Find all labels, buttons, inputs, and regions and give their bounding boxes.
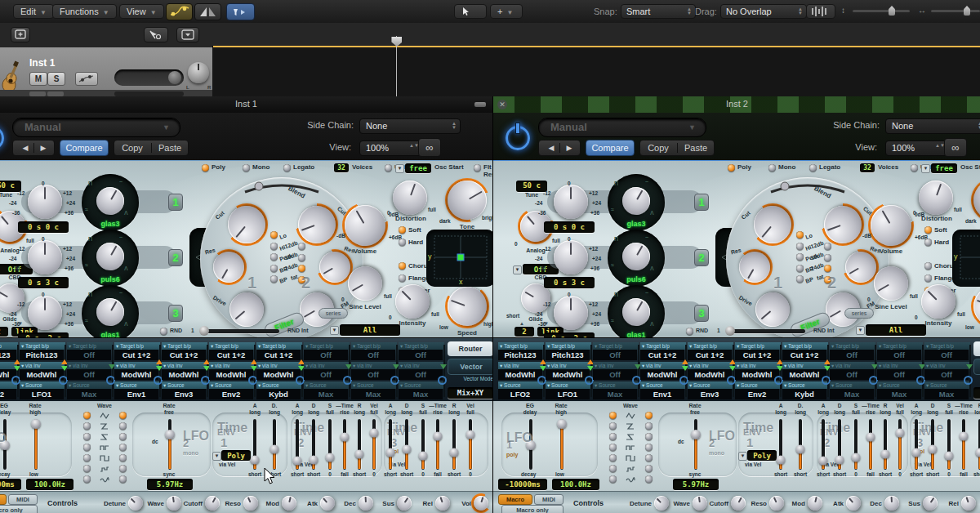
env2-slider-3-thumb[interactable]: [852, 453, 861, 462]
filter-mode-lo-led[interactable]: [796, 231, 804, 239]
router-slot-1[interactable]: ▾ Target b/pPitch123▾ via invModWhl▾ Sou…: [0, 342, 16, 399]
lfo1-wave-led[interactable]: [609, 444, 617, 451]
slot-source-value[interactable]: Max: [877, 389, 921, 399]
env1-slider-2-thumb[interactable]: [270, 445, 279, 454]
slot-source-value[interactable]: Env1: [640, 389, 684, 399]
router-slot-7[interactable]: ▾ Target b/pCut 1+2▾ via invModWhl▾ Sour…: [256, 342, 301, 399]
rnd-led[interactable]: [686, 328, 693, 335]
filter-slope-12db-led[interactable]: [824, 243, 831, 250]
lfo2-wave-led[interactable]: [119, 444, 127, 451]
slot-slider-track[interactable]: [349, 345, 350, 397]
lfo1-wave-led[interactable]: [609, 422, 617, 430]
lfo1-wave-led[interactable]: [83, 444, 91, 451]
slot-source-value[interactable]: Max: [351, 389, 395, 399]
env2-slider-5-thumb[interactable]: [355, 450, 364, 459]
flt-reset-led[interactable]: [474, 164, 481, 172]
compare-button[interactable]: Compare: [60, 140, 109, 156]
zoom-slider-thumb[interactable]: [889, 6, 895, 16]
router-slot-4[interactable]: ▾ Target b/pCut 1+2▾ via invModWhl▾ Sour…: [114, 342, 158, 399]
slot-slider-track[interactable]: [112, 345, 114, 397]
slot-via-value[interactable]: ModWhl: [162, 369, 206, 380]
slot-slider-track[interactable]: [733, 345, 734, 397]
env3-slider-4[interactable]: [431, 419, 444, 470]
router-slot-2[interactable]: ▾ Target b/pPitch123▾ via invModWhl▾ Sou…: [20, 342, 64, 399]
slot-source-value[interactable]: LFO2: [498, 389, 542, 399]
env1-slider-1[interactable]: [248, 419, 261, 470]
slot-source-value[interactable]: Max: [924, 389, 969, 399]
lfo1-rate-slider-thumb[interactable]: [31, 419, 41, 429]
rnd-range-value[interactable]: All: [340, 324, 400, 336]
router-slot-2[interactable]: ▾ Target b/pPitch123▾ via invModWhl▾ Sou…: [546, 342, 590, 399]
env2-slider-5[interactable]: [353, 419, 366, 470]
drag-dropdown[interactable]: No Overlap▲▼: [720, 4, 807, 19]
slot-source-value[interactable]: Max: [399, 389, 443, 399]
env1-mode-dd-icon[interactable]: ▼: [738, 452, 747, 461]
distortion-hard-led[interactable]: [399, 239, 406, 246]
filter-mode-peak-led[interactable]: [270, 253, 278, 261]
rnd-dd-icon[interactable]: ▼: [856, 326, 865, 335]
macro-only-button[interactable]: Macro only: [501, 505, 564, 513]
slot-target-value[interactable]: Cut 1+2: [114, 350, 158, 360]
vector-mode-value[interactable]: Mix+XY: [448, 387, 492, 399]
lfo2-wave-led[interactable]: [119, 475, 127, 483]
slot-source-value[interactable]: Env3: [688, 389, 732, 399]
router-slot-10[interactable]: ▾ Target b/pOff▾ via invOff▾ SourceMax: [399, 342, 443, 399]
lfo1-rate-slider-thumb[interactable]: [557, 419, 567, 429]
slot-source-value[interactable]: Env3: [162, 389, 206, 399]
pan-knob[interactable]: [188, 62, 209, 83]
slot-slider-track[interactable]: [301, 345, 303, 397]
filter-slope-24db-led[interactable]: [824, 265, 831, 272]
effect-chorus-led[interactable]: [399, 262, 406, 270]
slot-slider-track[interactable]: [254, 345, 256, 397]
slot-target-value[interactable]: Off: [593, 350, 637, 360]
menu-functions[interactable]: Functions▼: [52, 4, 117, 19]
router-slot-8[interactable]: ▾ Target b/pOff▾ via invOff▾ SourceMax: [304, 342, 348, 399]
slot-source-value[interactable]: Kybd: [256, 389, 301, 399]
slot-slider-track[interactable]: [590, 345, 592, 397]
mono-led[interactable]: [768, 164, 776, 172]
track-name[interactable]: Inst 1: [29, 57, 55, 69]
slot-via-value[interactable]: ModWhl: [546, 369, 590, 380]
slot-target-value[interactable]: Off: [351, 350, 395, 360]
slot-via-value[interactable]: ModWhl: [640, 369, 684, 380]
effect-flanger-led[interactable]: [924, 274, 932, 282]
vertical-zoom-slider[interactable]: [853, 10, 910, 12]
filter-slope-18db-led[interactable]: [824, 254, 831, 261]
slot-via-value[interactable]: Off: [351, 369, 395, 380]
env2-slider-3-thumb[interactable]: [326, 453, 335, 462]
osc1-wave-selector[interactable]: Π~≈Λglas3: [608, 174, 665, 231]
paste-button[interactable]: Paste: [679, 141, 713, 155]
env2-slider-1-thumb[interactable]: [293, 456, 302, 465]
router-slot-4[interactable]: ▾ Target b/pCut 1+2▾ via invModWhl▾ Sour…: [640, 342, 684, 399]
env3-slider-4-thumb[interactable]: [960, 432, 969, 441]
env2-slider-6-thumb[interactable]: [896, 429, 905, 438]
link-button[interactable]: ∞: [944, 138, 967, 157]
plugin-window-inst2[interactable]: Inst 2 ✕ Manual▼Side Chain:None▲▼◀▶Compa…: [492, 96, 980, 513]
slot-slider-track[interactable]: [207, 345, 208, 397]
env3-slider-3[interactable]: [416, 419, 430, 470]
link-button[interactable]: ∞: [418, 138, 441, 157]
track-automation-toggle[interactable]: [75, 72, 98, 86]
rnd-led[interactable]: [160, 328, 167, 335]
filter-slope-18db-led[interactable]: [298, 254, 305, 261]
slot-slider-track[interactable]: [17, 345, 19, 397]
poly-led[interactable]: [728, 164, 735, 172]
filter-mode-br-led[interactable]: [796, 265, 804, 272]
horizontal-zoom-slider[interactable]: [931, 10, 980, 12]
env3-slider-2[interactable]: [400, 419, 413, 470]
slot-via-value[interactable]: Off: [67, 369, 111, 380]
lfo1-wave-led[interactable]: [83, 475, 91, 483]
preset-prev-next[interactable]: ◀▶: [12, 140, 55, 156]
env2-slider-4-thumb[interactable]: [341, 433, 350, 442]
copy-paste-group[interactable]: CopyPaste: [114, 140, 189, 156]
lfo2-wave-led[interactable]: [119, 454, 127, 462]
filter-mode-peak-led[interactable]: [796, 253, 804, 261]
lfo2-wave-led[interactable]: [645, 422, 653, 430]
bend-range-value[interactable]: 2: [0, 327, 8, 337]
rnd-dd-icon[interactable]: ▼: [330, 326, 339, 335]
env2-slider-4[interactable]: [864, 419, 877, 470]
slot-target-value[interactable]: Pitch123: [498, 350, 542, 360]
router-slot-3[interactable]: ▾ Target b/pOff▾ via invOff▾ SourceMax: [67, 342, 111, 399]
env2-slider-4[interactable]: [338, 419, 351, 470]
slot-via-value[interactable]: Off: [304, 369, 348, 380]
